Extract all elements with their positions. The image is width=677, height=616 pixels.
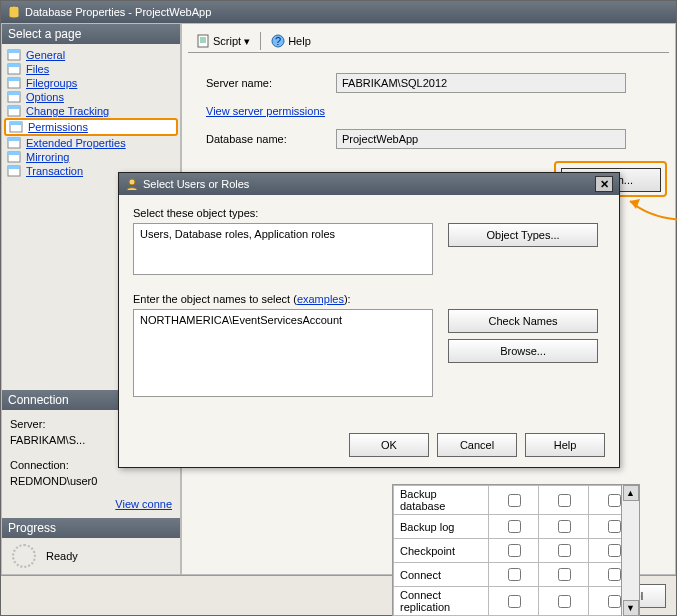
view-server-permissions-link[interactable]: View server permissions: [206, 105, 325, 117]
script-icon: [196, 34, 210, 48]
page-icon: [8, 121, 24, 133]
perm-withgrant-checkbox[interactable]: [539, 539, 589, 563]
dialog-help-button[interactable]: Help: [525, 433, 605, 457]
page-icon: [6, 105, 22, 117]
perm-grant-checkbox[interactable]: [489, 515, 539, 539]
page-item-files[interactable]: Files: [4, 62, 178, 76]
select-users-dialog: Select Users or Roles ✕ Select these obj…: [118, 172, 620, 468]
perm-name: Connect replication: [394, 587, 489, 616]
object-names-label: Enter the object names to select (exampl…: [133, 293, 605, 305]
svg-rect-19: [198, 35, 208, 47]
perm-name: Connect: [394, 563, 489, 587]
svg-rect-4: [8, 64, 20, 67]
perm-grant-checkbox[interactable]: [489, 486, 539, 515]
table-row[interactable]: Connect: [394, 563, 639, 587]
progress-header: Progress: [2, 518, 180, 538]
page-item-extended-properties[interactable]: Extended Properties: [4, 136, 178, 150]
svg-rect-12: [10, 122, 22, 125]
object-types-button[interactable]: Object Types...: [448, 223, 598, 247]
page-icon: [6, 63, 22, 75]
object-names-input[interactable]: NORTHAMERICA\EventServicesAccount: [133, 309, 433, 397]
page-label: Change Tracking: [26, 105, 109, 117]
page-item-filegroups[interactable]: Filegroups: [4, 76, 178, 90]
permissions-table: Backup databaseBackup logCheckpointConne…: [392, 484, 640, 616]
page-list: GeneralFilesFilegroupsOptionsChange Trac…: [2, 44, 180, 182]
object-types-box: Users, Database roles, Application roles: [133, 223, 433, 275]
database-icon: [7, 5, 21, 19]
perm-withgrant-checkbox[interactable]: [539, 486, 589, 515]
page-label: Permissions: [28, 121, 88, 133]
page-item-mirroring[interactable]: Mirroring: [4, 150, 178, 164]
perm-withgrant-checkbox[interactable]: [539, 515, 589, 539]
perm-withgrant-checkbox[interactable]: [539, 587, 589, 616]
help-icon: ?: [271, 34, 285, 48]
table-row[interactable]: Backup log: [394, 515, 639, 539]
page-icon: [6, 137, 22, 149]
page-icon: [6, 77, 22, 89]
page-label: Transaction: [26, 165, 83, 177]
svg-point-22: [129, 179, 135, 185]
progress-spinner-icon: [12, 544, 36, 568]
chevron-down-icon: ▾: [244, 35, 250, 48]
table-row[interactable]: Connect replication: [394, 587, 639, 616]
object-types-label: Select these object types:: [133, 207, 605, 219]
perm-withgrant-checkbox[interactable]: [539, 563, 589, 587]
user-icon: [125, 177, 139, 191]
svg-text:?: ?: [275, 35, 281, 47]
examples-link[interactable]: examples: [297, 293, 344, 305]
page-label: Filegroups: [26, 77, 77, 89]
page-item-permissions[interactable]: Permissions: [4, 118, 178, 136]
table-row[interactable]: Checkpoint: [394, 539, 639, 563]
scroll-down-icon[interactable]: ▼: [623, 600, 639, 616]
perm-grant-checkbox[interactable]: [489, 587, 539, 616]
browse-button[interactable]: Browse...: [448, 339, 598, 363]
svg-rect-2: [8, 50, 20, 53]
svg-rect-10: [8, 106, 20, 109]
window-title: Database Properties - ProjectWebApp: [25, 6, 211, 18]
script-label: Script: [213, 35, 241, 47]
server-name-label: Server name:: [206, 77, 336, 89]
close-button[interactable]: ✕: [595, 176, 613, 192]
perm-name: Checkpoint: [394, 539, 489, 563]
server-name-field: FABRIKAM\SQL2012: [336, 73, 626, 93]
page-label: Files: [26, 63, 49, 75]
select-page-header: Select a page: [2, 24, 180, 44]
table-row[interactable]: Backup database: [394, 486, 639, 515]
progress-status: Ready: [46, 550, 78, 562]
page-label: Mirroring: [26, 151, 69, 163]
page-label: Extended Properties: [26, 137, 126, 149]
page-icon: [6, 49, 22, 61]
dialog-ok-button[interactable]: OK: [349, 433, 429, 457]
database-name-label: Database name:: [206, 133, 336, 145]
dialog-cancel-button[interactable]: Cancel: [437, 433, 517, 457]
perm-name: Backup database: [394, 486, 489, 515]
help-button[interactable]: ? Help: [267, 32, 315, 50]
perm-grant-checkbox[interactable]: [489, 563, 539, 587]
view-connection-link[interactable]: View conne: [115, 498, 172, 510]
svg-rect-8: [8, 92, 20, 95]
page-item-options[interactable]: Options: [4, 90, 178, 104]
page-item-general[interactable]: General: [4, 48, 178, 62]
perm-grant-checkbox[interactable]: [489, 539, 539, 563]
page-item-change-tracking[interactable]: Change Tracking: [4, 104, 178, 118]
page-label: General: [26, 49, 65, 61]
database-name-field: ProjectWebApp: [336, 129, 626, 149]
help-label: Help: [288, 35, 311, 47]
toolbar: Script ▾ ? Help: [188, 30, 669, 53]
page-icon: [6, 151, 22, 163]
script-button[interactable]: Script ▾: [192, 32, 254, 50]
svg-rect-6: [8, 78, 20, 81]
page-label: Options: [26, 91, 64, 103]
check-names-button[interactable]: Check Names: [448, 309, 598, 333]
connection-value: REDMOND\user0: [10, 473, 172, 490]
svg-rect-16: [8, 152, 20, 155]
page-icon: [6, 91, 22, 103]
page-icon: [6, 165, 22, 177]
svg-rect-18: [8, 166, 20, 169]
perm-name: Backup log: [394, 515, 489, 539]
dialog-title: Select Users or Roles: [143, 178, 249, 190]
svg-rect-14: [8, 138, 20, 141]
scroll-up-icon[interactable]: ▲: [623, 485, 639, 501]
title-bar: Database Properties - ProjectWebApp: [1, 1, 676, 23]
table-scrollbar[interactable]: ▲ ▼: [621, 485, 639, 616]
